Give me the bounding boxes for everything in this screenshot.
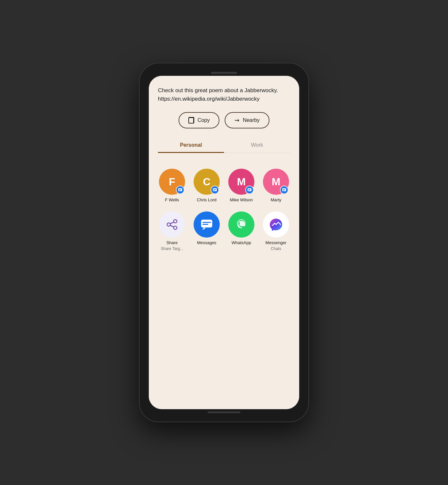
app-share[interactable]: Share Share Targ... [155,209,189,254]
svg-rect-17 [201,220,212,227]
contact-mike-wilson-name: Mike Wilson [230,197,253,203]
work-tab-label: Work [251,142,263,148]
svg-line-15 [170,222,174,224]
svg-line-16 [170,225,174,227]
contact-mike-wilson-badge [245,186,254,194]
app-messages-name: Messages [197,240,216,246]
messages-icon [199,217,214,232]
svg-rect-4 [214,189,216,190]
share-text: Check out this great poem about a Jabber… [158,86,290,103]
nearby-label: Nearby [243,117,260,123]
messages-badge-icon-2 [213,188,217,192]
contacts-grid: F F Wells C [152,166,296,206]
contact-mike-wilson[interactable]: M Mike Wilson [225,166,258,206]
messages-icon-bg [194,211,220,238]
svg-rect-18 [202,222,211,223]
copy-label: Copy [198,117,210,123]
messages-badge-icon-3 [247,188,252,192]
contact-chris-lord[interactable]: C Chris Lord [190,166,223,206]
svg-rect-8 [248,190,250,191]
copy-icon [188,117,194,124]
contact-marty[interactable]: M Marty [259,166,293,206]
svg-point-14 [174,226,177,229]
contact-marty-icon-wrapper: M [263,169,289,195]
nearby-button[interactable]: ⇝ Nearby [225,112,269,128]
svg-point-13 [167,223,170,226]
phone-screen: Check out this great poem about a Jabber… [149,76,299,409]
messages-badge-icon [178,188,182,192]
tab-personal[interactable]: Personal [158,138,224,153]
app-messenger-subname: Chats [271,246,281,251]
contact-marty-name: Marty [271,197,282,203]
tabs-row: Personal Work [158,138,290,153]
app-messenger-name: Messenger [266,240,286,246]
svg-rect-1 [179,189,181,190]
contact-chris-lord-name: Chris Lord [197,197,216,203]
svg-rect-19 [202,224,208,225]
action-buttons: Copy ⇝ Nearby [158,112,290,128]
svg-rect-5 [214,190,215,191]
svg-rect-10 [283,189,285,190]
svg-point-12 [174,220,177,223]
messenger-icon-bg [263,211,289,238]
personal-tab-label: Personal [180,142,202,148]
messages-badge-icon-4 [282,188,286,192]
copy-button[interactable]: Copy [179,112,219,128]
contact-chris-lord-icon-wrapper: C [194,169,220,195]
nearby-icon: ⇝ [234,117,239,124]
app-messenger[interactable]: Messenger Chats [259,209,293,254]
apps-row: Share Share Targ... Messages [152,209,296,254]
svg-rect-11 [283,190,284,191]
contact-f-wells-icon-wrapper: F [159,169,185,195]
svg-rect-7 [248,189,251,190]
whatsapp-icon-bg [228,211,254,238]
svg-rect-2 [179,190,181,191]
whatsapp-icon [234,217,249,232]
app-messages[interactable]: Messages [190,209,223,254]
phone-frame: Check out this great poem about a Jabber… [139,63,309,422]
contact-marty-badge [280,186,288,194]
share-content: Check out this great poem about a Jabber… [149,76,299,159]
contact-f-wells-name: F Wells [165,197,179,203]
app-whatsapp[interactable]: WhatsApp [225,209,258,254]
apps-section: F F Wells C [149,159,299,409]
tab-work[interactable]: Work [224,138,290,153]
app-whatsapp-name: WhatsApp [232,240,251,246]
contact-f-wells-badge [176,186,184,194]
contact-mike-wilson-icon-wrapper: M [228,169,254,195]
contact-chris-lord-badge [211,186,219,194]
share-icon-bg [159,211,185,238]
messenger-icon [267,216,284,233]
contact-f-wells[interactable]: F F Wells [155,166,189,206]
app-share-subname: Share Targ... [161,246,183,251]
app-share-name: Share [166,240,178,246]
svg-marker-20 [202,227,206,230]
share-icon [166,219,178,230]
